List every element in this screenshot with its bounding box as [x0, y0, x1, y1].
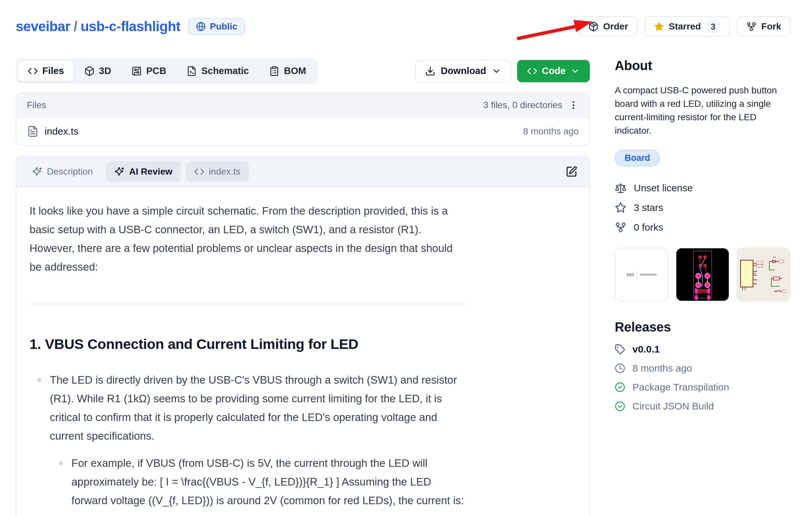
- files-summary: 3 files, 0 directories: [483, 100, 562, 111]
- code-icon: [194, 166, 204, 177]
- visibility-badge: Public: [188, 18, 245, 35]
- files-menu-button[interactable]: [568, 100, 579, 111]
- tab-ai-review[interactable]: AI Review: [106, 161, 181, 182]
- breadcrumb: seveibar/usb-c-flashlight Public: [16, 18, 245, 35]
- svg-text:R1: R1: [773, 256, 776, 259]
- review-card: Description AI Review index.ts It looks …: [16, 156, 590, 515]
- file-terminal-icon: [186, 66, 197, 76]
- tab-index-ts[interactable]: index.ts: [185, 161, 249, 182]
- main-content: Files 3D PCB Schematic BOM: [0, 58, 812, 515]
- star-outline-icon: [615, 202, 627, 214]
- code-icon: [28, 66, 38, 76]
- list-item: The LED is directly driven by the USB-C'…: [50, 370, 467, 515]
- file-row[interactable]: index.ts 8 months ago: [17, 118, 589, 145]
- download-button[interactable]: Download: [415, 60, 511, 82]
- repo-link[interactable]: usb-c-flashlight: [81, 19, 180, 34]
- star-count-badge: 3: [705, 20, 721, 33]
- forks-item: 0 forks: [615, 221, 790, 233]
- edit-icon: [566, 166, 577, 178]
- check-circuit-json-build: Circuit JSON Build: [615, 401, 790, 412]
- breadcrumb-separator: /: [70, 19, 80, 34]
- tab-pcb[interactable]: PCB: [122, 61, 175, 81]
- header-actions: Order Starred 3 Fork: [579, 17, 790, 37]
- git-fork-icon: [746, 21, 757, 32]
- owner-link[interactable]: seveibar: [16, 19, 70, 34]
- download-icon: [425, 66, 435, 76]
- tab-3d[interactable]: 3D: [75, 61, 120, 81]
- circuit-board-icon: [132, 66, 142, 76]
- visibility-label: Public: [210, 21, 237, 32]
- chevron-down-icon: [492, 66, 501, 76]
- tag-board[interactable]: Board: [615, 150, 660, 166]
- about-heading: About: [615, 58, 790, 73]
- license-label: Unset license: [634, 182, 693, 193]
- files-title: Files: [27, 100, 46, 111]
- list-item: For example, if VBUS (from USB-C) is 5V,…: [71, 454, 467, 515]
- content-divider: [29, 304, 467, 304]
- check-circle-icon: [615, 382, 625, 392]
- file-name: index.ts: [45, 126, 78, 137]
- code-button[interactable]: Code: [517, 60, 590, 82]
- ai-review-content: It looks like you have a simple circuit …: [17, 187, 589, 515]
- license-item: Unset license: [615, 182, 790, 194]
- clipboard-list-icon: [269, 66, 280, 76]
- scale-icon: [615, 182, 627, 194]
- starred-button[interactable]: Starred 3: [644, 17, 730, 37]
- edit-button[interactable]: [561, 164, 582, 180]
- kebab-menu-icon: [568, 100, 579, 111]
- files-card: Files 3 files, 0 directories index.ts 8 …: [16, 93, 590, 146]
- thumbnail-pcb-preview[interactable]: [676, 248, 729, 301]
- release-version[interactable]: v0.0.1: [615, 344, 790, 355]
- tab-description[interactable]: Description: [24, 161, 101, 182]
- releases-list: v0.0.1 8 months ago Package Transpilatio…: [615, 344, 790, 412]
- repo-header: seveibar/usb-c-flashlight Public Order S…: [0, 0, 812, 43]
- about-description: A compact USB-C powered push button boar…: [615, 84, 790, 137]
- intro-paragraph: It looks like you have a simple circuit …: [29, 202, 467, 276]
- check-package-transpilation: Package Transpilation: [615, 382, 790, 393]
- divider: [637, 272, 637, 277]
- stars-label: 3 stars: [634, 202, 663, 213]
- forks-label: 0 forks: [634, 222, 663, 233]
- git-fork-icon: [615, 221, 627, 233]
- repo-meta-list: Unset license 3 stars 0 forks: [615, 182, 790, 233]
- releases-heading: Releases: [615, 320, 790, 334]
- section-heading: 1. VBUS Connection and Current Limiting …: [29, 336, 576, 352]
- bullet-list: The LED is directly driven by the USB-C'…: [29, 370, 467, 515]
- tab-schematic[interactable]: Schematic: [177, 61, 258, 81]
- pcb-preview-image: [676, 248, 729, 301]
- globe-icon: [196, 22, 206, 31]
- nested-bullet-list: For example, if VBUS (from USB-C) is 5V,…: [50, 454, 467, 515]
- cube-icon: [84, 66, 95, 76]
- check-circle-icon: [615, 401, 625, 412]
- fork-button[interactable]: Fork: [737, 17, 790, 37]
- tag-icon: [615, 344, 625, 355]
- view-tab-bar: Files 3D PCB Schematic BOM: [16, 58, 318, 84]
- code-icon: [527, 66, 538, 76]
- star-icon: [654, 21, 664, 32]
- review-card-header: Description AI Review index.ts: [17, 157, 589, 187]
- tab-bom[interactable]: BOM: [260, 61, 315, 81]
- toolbar-actions: Download Code: [415, 60, 590, 82]
- thumbnail-schematic-preview[interactable]: R1: [736, 248, 790, 301]
- tab-files[interactable]: Files: [18, 61, 73, 81]
- chevron-down-icon: [570, 66, 580, 76]
- file-updated: 8 months ago: [523, 126, 579, 137]
- clock-icon: [615, 363, 625, 373]
- schematic-preview-image: R1: [737, 248, 790, 301]
- error-code-label: 500: [627, 272, 634, 277]
- preview-thumbnails: 500: [615, 248, 790, 301]
- sparkles-icon: [114, 166, 125, 177]
- order-button[interactable]: Order: [579, 17, 637, 37]
- stars-item: 3 stars: [615, 202, 790, 214]
- release-date: 8 months ago: [615, 363, 790, 374]
- file-text-icon: [27, 125, 39, 137]
- starred-label: Starred: [669, 21, 701, 32]
- fork-label: Fork: [761, 21, 781, 32]
- unreadable-text-bar: [640, 274, 657, 275]
- left-column: Files 3D PCB Schematic BOM: [16, 58, 590, 515]
- sparkles-icon: [32, 166, 42, 177]
- order-label: Order: [603, 21, 628, 32]
- view-toolbar: Files 3D PCB Schematic BOM: [16, 58, 590, 84]
- repo-name: seveibar/usb-c-flashlight: [16, 19, 180, 34]
- thumbnail-3d-preview[interactable]: 500: [615, 248, 668, 301]
